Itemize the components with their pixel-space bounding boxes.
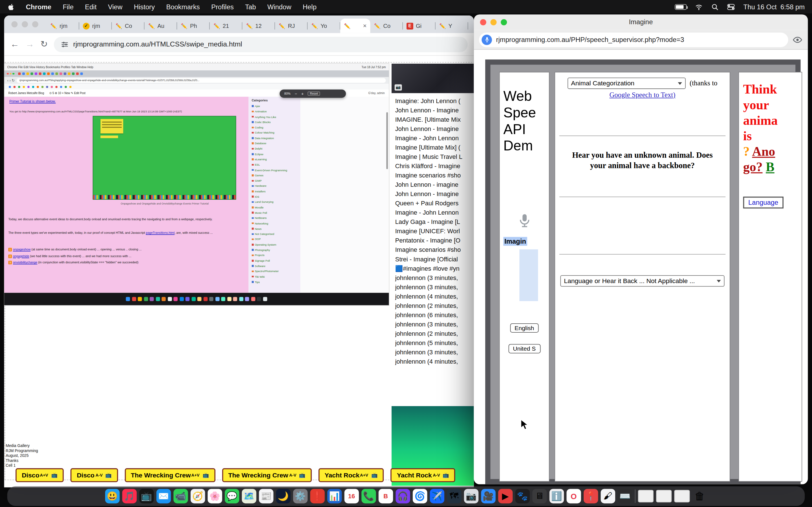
media-list-item[interactable]: Imagine scenarios #sho: [395, 245, 473, 255]
dock-icon[interactable]: 🧭: [190, 489, 205, 503]
dock-icon[interactable]: 🖥: [532, 489, 547, 503]
category-link[interactable]: Spectro/Photometer: [252, 269, 297, 274]
category-link[interactable]: GIMP: [252, 178, 297, 183]
browser-tab[interactable]: ✏️ Au: [144, 18, 177, 33]
media-playlist-button[interactable]: The Wrecking CrewA+V📺: [124, 468, 215, 482]
browser-tab[interactable]: ✏️ Y: [436, 18, 468, 33]
event-link[interactable]: onpageshow: [13, 248, 31, 251]
media-list-item[interactable]: Imagine [Ultimate Mix] (: [395, 143, 473, 152]
media-list-item[interactable]: Imagine [UNICEF: Worl: [395, 226, 473, 236]
eye-icon[interactable]: [792, 34, 803, 45]
category-link[interactable]: Software: [252, 263, 297, 269]
browser-tab[interactable]: ✏️ rjm: [47, 18, 79, 33]
mic-icon[interactable]: [481, 34, 492, 45]
address-bar[interactable]: rjmprogramming.com.au/HTMLCSS/swipe_medi…: [54, 36, 467, 52]
primer-tutorial-link[interactable]: Primer Tutorial is shown below.: [9, 100, 56, 103]
media-list-item[interactable]: Lady Gaga - Imagine [L: [395, 217, 473, 226]
event-link[interactable]: onpagehide: [13, 255, 29, 258]
dock-icon[interactable]: 🎵: [122, 489, 137, 503]
mini-scrollbar[interactable]: [386, 112, 388, 169]
dock-icon[interactable]: 🗺️: [242, 489, 256, 503]
dock-icon[interactable]: 💬: [225, 489, 239, 503]
category-link[interactable]: Networking: [252, 221, 297, 226]
category-link[interactable]: iOS: [252, 194, 297, 200]
menu-item[interactable]: Bookmarks: [166, 3, 200, 11]
category-link[interactable]: News: [252, 226, 297, 231]
media-list-item[interactable]: johnlennon (4 minutes,: [395, 292, 473, 301]
dock-icon[interactable]: 📹: [173, 489, 188, 503]
dock-icon[interactable]: 🌸: [207, 489, 222, 503]
media-playlist-button[interactable]: Yacht RockA-V📺: [391, 468, 455, 482]
media-list-item[interactable]: Imagine: John Lennon (: [395, 96, 473, 106]
menu-item[interactable]: Window: [267, 3, 291, 11]
browser-tab[interactable]: ✏️ Ph: [177, 18, 210, 33]
event-link[interactable]: onvisibilitychange: [13, 261, 37, 264]
united-states-button[interactable]: United S: [508, 344, 541, 353]
media-list-item[interactable]: johnlennon (2 minutes,: [395, 301, 473, 311]
dock-icon[interactable]: [656, 490, 672, 502]
zoom-reset-button[interactable]: Reset: [308, 92, 320, 96]
browser-tab[interactable]: ✏️ RJ: [275, 18, 308, 33]
media-list-item[interactable]: Chris Kläfford - Imagine: [395, 161, 473, 171]
imagine-titlebar[interactable]: Imagine: [474, 14, 808, 30]
category-link[interactable]: eLearning: [252, 157, 297, 162]
another-go-link-2[interactable]: go?: [743, 160, 763, 174]
menu-item[interactable]: Help: [303, 3, 317, 11]
dock-icon[interactable]: 🌙: [276, 489, 290, 503]
reload-button[interactable]: ↻: [40, 39, 48, 50]
category-link[interactable]: Database: [252, 141, 297, 146]
zoom-in-button[interactable]: +: [301, 91, 304, 96]
browser-tab[interactable]: ✏️ 12: [243, 18, 275, 33]
window-controls[interactable]: [11, 21, 38, 27]
forward-button[interactable]: →: [26, 39, 34, 50]
media-list-item[interactable]: johnlennon (3 minutes,: [395, 348, 473, 357]
english-button[interactable]: English: [510, 323, 539, 333]
dock-icon[interactable]: 📷: [464, 489, 478, 503]
category-link[interactable]: Eclipse: [252, 152, 297, 157]
media-list-item[interactable]: John Lennon - Imagine: [395, 189, 473, 199]
media-list-item[interactable]: johnlennon (3 minutes,: [395, 320, 473, 329]
category-link[interactable]: Music Poll: [252, 210, 297, 216]
media-banner[interactable]: 📷: [392, 64, 474, 93]
media-list-item[interactable]: 🟦#imagines #love #yn: [395, 264, 473, 273]
dock-icon[interactable]: 📰: [259, 489, 273, 503]
category-link[interactable]: Not Categorised: [252, 231, 297, 237]
another-go-link[interactable]: Ano: [752, 144, 775, 158]
media-list-item[interactable]: IMAGINE. [Ultimate Mix: [395, 115, 473, 124]
media-list-item[interactable]: John Lennon - imagine: [395, 180, 473, 189]
category-link[interactable]: Coding: [252, 125, 297, 130]
category-link[interactable]: Projects: [252, 252, 297, 258]
category-link[interactable]: Colour Matching: [252, 130, 297, 135]
dock-icon[interactable]: 📍: [583, 489, 598, 503]
media-playlist-button[interactable]: Yacht RockA+V📺: [318, 468, 384, 482]
media-list-item[interactable]: Imagine scenarios #sho: [395, 171, 473, 180]
animal-categorization-select[interactable]: Animal Categorization: [567, 78, 686, 89]
category-link[interactable]: Tiki Wiki: [252, 274, 297, 279]
dock-icon[interactable]: 🎧: [396, 489, 410, 503]
media-list-item[interactable]: John Lennon - Imagine: [395, 106, 473, 115]
category-link[interactable]: Operating System: [252, 242, 297, 247]
category-link[interactable]: NetBeans: [252, 216, 297, 221]
back-button[interactable]: ←: [10, 39, 19, 50]
dock-icon[interactable]: 🐾: [515, 489, 529, 503]
category-link[interactable]: Installers: [252, 189, 297, 194]
dock-icon[interactable]: 🗺: [447, 489, 461, 503]
menu-item[interactable]: Profiles: [211, 3, 234, 11]
category-link[interactable]: Moodle: [252, 205, 297, 210]
dock-icon[interactable]: ℹ️: [549, 489, 564, 503]
language-button[interactable]: Language: [743, 196, 783, 209]
google-speech-link[interactable]: Google Speech to Text): [609, 91, 675, 99]
browser-tab[interactable]: ✏️ Yo: [308, 18, 340, 33]
control-center-icon[interactable]: [727, 3, 735, 11]
category-link[interactable]: Land Surveying: [252, 200, 297, 205]
dock-icon[interactable]: 🌀: [412, 489, 427, 503]
browser-tab[interactable]: E Gi: [403, 18, 436, 33]
category-link[interactable]: Animation: [252, 109, 297, 114]
dock-icon[interactable]: 📺: [139, 489, 154, 503]
media-list-item[interactable]: johnlennon (3 minutes,: [395, 273, 473, 283]
category-link[interactable]: Tips: [252, 279, 297, 284]
dock-icon[interactable]: ✉️: [156, 489, 170, 503]
dock-icon[interactable]: 🎥: [481, 489, 495, 503]
media-list-item[interactable]: johnlennon (3 minutes,: [395, 283, 473, 292]
dock-icon[interactable]: [638, 490, 654, 502]
